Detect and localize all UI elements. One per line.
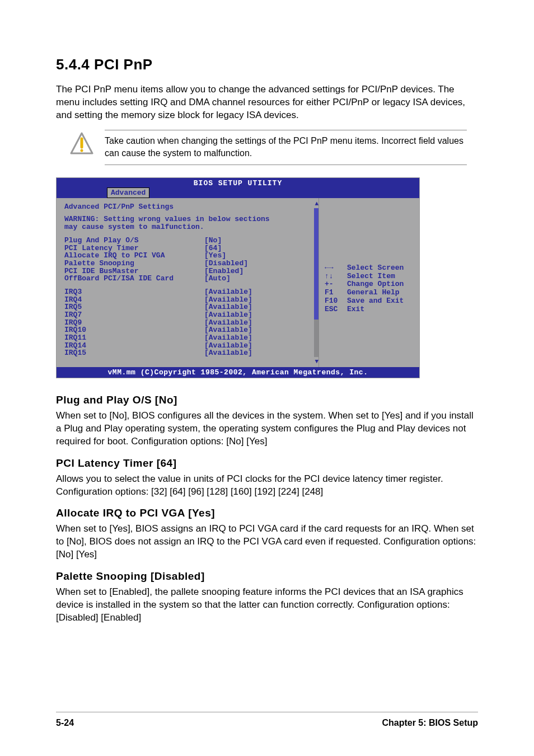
- bios-value: [Available]: [204, 326, 252, 334]
- bios-label: IRQ14: [64, 342, 204, 350]
- bios-value: [Available]: [204, 311, 252, 319]
- bios-value: [Available]: [204, 334, 252, 342]
- section-heading: 5.4.4 PCI PnP: [56, 56, 478, 73]
- bios-label: IRQ11: [64, 334, 204, 342]
- sub-body: Allows you to select the value in units …: [56, 473, 478, 499]
- bios-title: BIOS SETUP UTILITY: [57, 178, 419, 187]
- legend-key: F1: [325, 289, 347, 297]
- sub-heading-allocate-irq: Allocate IRQ to PCI VGA [Yes]: [56, 507, 478, 519]
- legend-action: Save and Exit: [347, 297, 414, 306]
- bios-value: [Available]: [204, 303, 252, 311]
- bios-row[interactable]: IRQ9[Available]: [64, 319, 315, 327]
- legend-row: ←→Select Screen: [325, 264, 414, 273]
- intro-paragraph: The PCI PnP menu items allow you to chan…: [56, 83, 478, 122]
- legend-action: Change Option: [347, 280, 414, 289]
- legend-action: General Help: [347, 289, 414, 297]
- sub-body: When set to [Enabled], the pallete snoop…: [56, 586, 478, 624]
- bios-value: [Available]: [204, 342, 252, 350]
- sub-body: When set to [Yes], BIOS assigns an IRQ t…: [56, 523, 478, 561]
- bios-label: IRQ5: [64, 303, 204, 311]
- bios-value: [Enabled]: [204, 267, 243, 275]
- legend-key: F10: [325, 297, 347, 306]
- bios-row[interactable]: IRQ15[Available]: [64, 349, 315, 357]
- bios-row[interactable]: PCI IDE BusMaster[Enabled]: [64, 267, 315, 275]
- bios-row[interactable]: Allocate IRQ to PCI VGA[Yes]: [64, 252, 315, 260]
- legend-key: +-: [325, 280, 347, 289]
- scrollbar[interactable]: [314, 208, 318, 357]
- scroll-up-icon[interactable]: ▲: [315, 200, 318, 207]
- bios-row[interactable]: IRQ10[Available]: [64, 326, 315, 334]
- sub-heading-plug-and-play: Plug and Play O/S [No]: [56, 394, 478, 406]
- legend-row: +-Change Option: [325, 280, 414, 289]
- legend-row: F10Save and Exit: [325, 297, 414, 306]
- legend-action: Select Item: [347, 273, 414, 281]
- bios-tab-advanced[interactable]: Advanced: [107, 187, 149, 198]
- bios-value: [No]: [204, 237, 222, 245]
- bios-legend: ←→Select Screen ↑↓Select Item +-Change O…: [325, 264, 414, 314]
- bios-label: IRQ4: [64, 296, 204, 304]
- bios-warning-line1: WARNING: Setting wrong values in below s…: [64, 215, 315, 223]
- bios-label: IRQ9: [64, 319, 204, 327]
- legend-row: F1General Help: [325, 289, 414, 297]
- bios-row[interactable]: IRQ14[Available]: [64, 342, 315, 350]
- bios-row[interactable]: Palette Snooping[Disabled]: [64, 260, 315, 267]
- svg-point-2: [81, 149, 83, 152]
- bios-row[interactable]: IRQ5[Available]: [64, 303, 315, 311]
- scroll-down-icon[interactable]: ▼: [315, 358, 318, 365]
- chapter-label: Chapter 5: BIOS Setup: [382, 718, 478, 728]
- bios-value: [Available]: [204, 296, 252, 304]
- legend-key: ←→: [325, 264, 347, 273]
- bios-right-panel: ←→Select Screen ↑↓Select Item +-Change O…: [318, 198, 419, 367]
- sub-body: When set to [No], BIOS configures all th…: [56, 410, 478, 448]
- bios-warning: WARNING: Setting wrong values in below s…: [64, 215, 315, 232]
- bios-label: OffBoard PCI/ISA IDE Card: [64, 275, 204, 283]
- bios-value: [Yes]: [204, 252, 226, 260]
- caution-text: Take caution when changing the settings …: [105, 135, 467, 160]
- bios-label: IRQ7: [64, 311, 204, 319]
- bios-left-panel: Advanced PCI/PnP Settings WARNING: Setti…: [57, 198, 318, 367]
- legend-row: ESCExit: [325, 306, 414, 314]
- caution-box: Take caution when changing the settings …: [70, 130, 478, 165]
- page-number: 5-24: [56, 718, 74, 728]
- bios-label: IRQ3: [64, 288, 204, 296]
- bios-value: [Auto]: [204, 275, 231, 283]
- bios-label: PCI Latency Timer: [64, 245, 204, 252]
- sub-heading-pci-latency: PCI Latency Timer [64]: [56, 457, 478, 469]
- bios-row[interactable]: IRQ4[Available]: [64, 296, 315, 304]
- caution-icon: [70, 132, 93, 156]
- bios-panel-heading: Advanced PCI/PnP Settings: [64, 203, 315, 211]
- bios-label: IRQ10: [64, 326, 204, 334]
- bios-row[interactable]: IRQ7[Available]: [64, 311, 315, 319]
- legend-key: ESC: [325, 306, 347, 314]
- bios-label: Palette Snooping: [64, 260, 204, 267]
- legend-action: Select Screen: [347, 264, 414, 273]
- bios-value: [Available]: [204, 319, 252, 327]
- bios-row[interactable]: OffBoard PCI/ISA IDE Card[Auto]: [64, 275, 315, 283]
- page-footer: 5-24 Chapter 5: BIOS Setup: [56, 712, 478, 728]
- bios-settings-group-2: IRQ3[Available] IRQ4[Available] IRQ5[Ava…: [64, 288, 315, 357]
- bios-value: [64]: [204, 245, 222, 252]
- bios-value: [Disabled]: [204, 260, 248, 267]
- bios-row[interactable]: IRQ3[Available]: [64, 288, 315, 296]
- bios-label: IRQ15: [64, 349, 204, 357]
- bios-label: Plug And Play O/S: [64, 237, 204, 245]
- legend-action: Exit: [347, 306, 414, 314]
- bios-row[interactable]: PCI Latency Timer[64]: [64, 245, 315, 252]
- bios-row[interactable]: IRQ11[Available]: [64, 334, 315, 342]
- bios-settings-group-1: Plug And Play O/S[No] PCI Latency Timer[…: [64, 237, 315, 283]
- legend-row: ↑↓Select Item: [325, 273, 414, 281]
- bios-label: PCI IDE BusMaster: [64, 267, 204, 275]
- bios-tab-row: Advanced: [57, 187, 419, 198]
- scrollbar-thumb[interactable]: [314, 208, 318, 320]
- bios-footer: vMM.mm (C)Copyright 1985-2002, American …: [57, 367, 419, 378]
- legend-key: ↑↓: [325, 273, 347, 281]
- bios-window: BIOS SETUP UTILITY Advanced Advanced PCI…: [56, 177, 420, 378]
- sub-heading-palette-snooping: Palette Snooping [Disabled]: [56, 570, 478, 583]
- bios-value: [Available]: [204, 349, 252, 357]
- bios-warning-line2: may cause system to malfunction.: [64, 223, 315, 231]
- bios-row[interactable]: Plug And Play O/S[No]: [64, 237, 315, 245]
- bios-label: Allocate IRQ to PCI VGA: [64, 252, 204, 260]
- bios-value: [Available]: [204, 288, 252, 296]
